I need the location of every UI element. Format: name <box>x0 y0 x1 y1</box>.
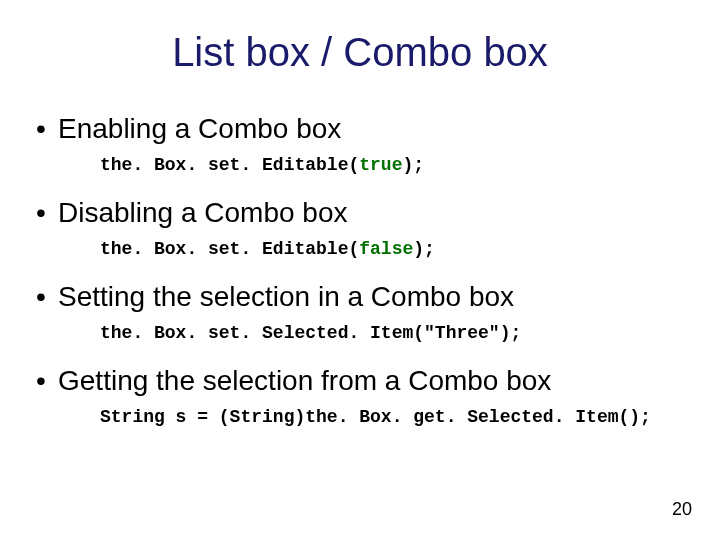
slide: List box / Combo box • Enabling a Combo … <box>0 0 720 540</box>
bullet-row: • Getting the selection from a Combo box <box>36 365 690 397</box>
code-line: the. Box. set. Editable(false); <box>100 239 690 259</box>
code-keyword: false <box>359 239 413 259</box>
code-post: ); <box>402 155 424 175</box>
bullet-heading: Disabling a Combo box <box>58 197 348 229</box>
bullet-row: • Enabling a Combo box <box>36 113 690 145</box>
bullet-icon: • <box>36 113 58 145</box>
code-line: the. Box. set. Editable(true); <box>100 155 690 175</box>
code-keyword: true <box>359 155 402 175</box>
list-item: • Getting the selection from a Combo box… <box>30 365 690 427</box>
bullet-row: • Disabling a Combo box <box>36 197 690 229</box>
list-item: • Enabling a Combo box the. Box. set. Ed… <box>30 113 690 175</box>
code-pre: String s = (String)the. Box. get. Select… <box>100 407 651 427</box>
code-line: String s = (String)the. Box. get. Select… <box>100 407 690 427</box>
bullet-icon: • <box>36 281 58 313</box>
bullet-heading: Enabling a Combo box <box>58 113 341 145</box>
bullet-icon: • <box>36 197 58 229</box>
bullet-heading: Getting the selection from a Combo box <box>58 365 551 397</box>
slide-title: List box / Combo box <box>30 30 690 75</box>
bullet-list: • Enabling a Combo box the. Box. set. Ed… <box>30 113 690 427</box>
code-pre: the. Box. set. Editable( <box>100 155 359 175</box>
code-line: the. Box. set. Selected. Item("Three"); <box>100 323 690 343</box>
code-post: ); <box>413 239 435 259</box>
bullet-icon: • <box>36 365 58 397</box>
code-pre: the. Box. set. Editable( <box>100 239 359 259</box>
page-number: 20 <box>672 499 692 520</box>
bullet-row: • Setting the selection in a Combo box <box>36 281 690 313</box>
bullet-heading: Setting the selection in a Combo box <box>58 281 514 313</box>
code-pre: the. Box. set. Selected. Item("Three"); <box>100 323 521 343</box>
list-item: • Setting the selection in a Combo box t… <box>30 281 690 343</box>
list-item: • Disabling a Combo box the. Box. set. E… <box>30 197 690 259</box>
